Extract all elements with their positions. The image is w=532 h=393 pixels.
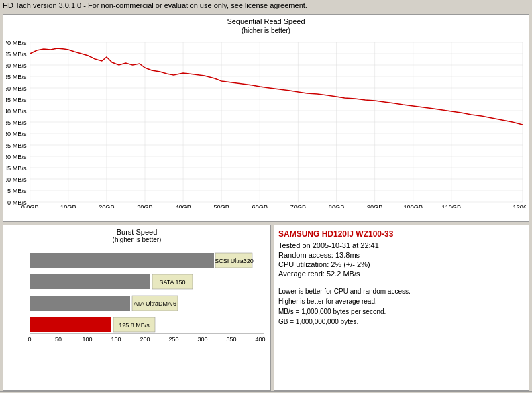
note-4: GB = 1,000,000,000 bytes. [278, 317, 525, 327]
svg-text:5 MB/s: 5 MB/s [7, 188, 27, 194]
svg-text:10 MB/s: 10 MB/s [6, 176, 27, 183]
svg-text:120GB: 120GB [513, 204, 526, 208]
svg-text:350: 350 [226, 336, 236, 343]
burst-label-scsi: SCSI Ultra320 [215, 258, 254, 264]
svg-text:0,0GB: 0,0GB [21, 204, 39, 208]
seq-chart-subtitle: (higher is better) [6, 27, 526, 34]
svg-text:50: 50 [55, 336, 62, 343]
svg-text:55 MB/s: 55 MB/s [6, 74, 27, 80]
device-info-container: SAMSUNG HD120IJ WZ100-33 Tested on 2005-… [274, 225, 529, 391]
svg-text:65 MB/s: 65 MB/s [6, 51, 27, 58]
svg-text:80GB: 80GB [329, 204, 344, 208]
burst-chart-svg: SCSI Ultra320 SATA 150 ATA UltraDMA 6 12… [6, 246, 268, 350]
burst-bar-actual [30, 317, 111, 332]
burst-bar-scsi [30, 253, 214, 268]
svg-text:60GB: 60GB [252, 204, 268, 208]
device-name: SAMSUNG HD120IJ WZ100-33 [278, 229, 525, 239]
svg-text:15 MB/s: 15 MB/s [6, 165, 27, 172]
seq-chart-title: Sequential Read Speed [6, 17, 526, 25]
svg-text:25 MB/s: 25 MB/s [6, 142, 27, 149]
svg-text:400: 400 [255, 336, 265, 343]
svg-text:200: 200 [140, 336, 150, 343]
burst-label-actual: 125.8 MB/s [119, 322, 150, 329]
burst-chart-container: Burst Speed (higher is better) SCSI Ultr… [3, 225, 271, 391]
svg-text:40 MB/s: 40 MB/s [6, 108, 27, 115]
burst-bar-ata [30, 296, 130, 311]
info-divider [278, 282, 525, 282]
svg-text:50GB: 50GB [213, 204, 229, 208]
burst-label-ata: ATA UltraDMA 6 [134, 300, 176, 307]
svg-text:250: 250 [168, 336, 178, 343]
svg-text:45 MB/s: 45 MB/s [6, 97, 27, 103]
sequential-chart-container: Sequential Read Speed (higher is better)… [3, 14, 529, 222]
title-bar: HD Tach version 3.0.1.0 - For non-commer… [0, 0, 532, 11]
svg-text:150: 150 [111, 336, 121, 343]
svg-text:35 MB/s: 35 MB/s [6, 119, 27, 126]
burst-chart-title: Burst Speed [6, 228, 268, 236]
random-access: Random access: 13.8ms [278, 251, 525, 259]
svg-text:60 MB/s: 60 MB/s [6, 62, 27, 69]
note-3: MB/s = 1,000,000 bytes per second. [278, 306, 525, 317]
svg-text:30 MB/s: 30 MB/s [6, 131, 27, 137]
svg-text:100GB: 100GB [403, 204, 423, 208]
svg-text:110GB: 110GB [442, 204, 462, 208]
svg-text:0: 0 [28, 336, 31, 343]
svg-text:20GB: 20GB [99, 204, 114, 208]
avg-read: Average read: 52.2 MB/s [278, 270, 525, 278]
svg-text:70 MB/s: 70 MB/s [6, 40, 27, 46]
svg-text:300: 300 [197, 336, 207, 343]
svg-text:70GB: 70GB [290, 204, 306, 208]
svg-text:90GB: 90GB [367, 204, 382, 208]
burst-chart-subtitle: (higher is better) [6, 236, 268, 243]
svg-text:10GB: 10GB [60, 204, 76, 208]
tested-date: Tested on 2005-10-31 at 22:41 [278, 241, 525, 249]
burst-label-sata: SATA 150 [159, 279, 185, 286]
note-2: Higher is better for average read. [278, 296, 525, 306]
burst-bar-sata [30, 274, 150, 289]
read-speed-line [30, 48, 523, 125]
note-1: Lower is better for CPU and random acces… [278, 286, 525, 296]
seq-chart-svg: 70 MB/s 65 MB/s 60 MB/s 55 MB/s 50 MB/s … [6, 37, 526, 208]
svg-text:50 MB/s: 50 MB/s [6, 85, 27, 92]
info-notes: Lower is better for CPU and random acces… [278, 286, 525, 327]
cpu-util: CPU utilization: 2% (+/- 2%) [278, 260, 525, 268]
svg-text:20 MB/s: 20 MB/s [6, 154, 27, 160]
svg-text:40GB: 40GB [175, 204, 191, 208]
title-text: HD Tach version 3.0.1.0 - For non-commer… [3, 1, 307, 9]
svg-text:100: 100 [82, 336, 92, 343]
svg-text:30GB: 30GB [137, 204, 152, 208]
